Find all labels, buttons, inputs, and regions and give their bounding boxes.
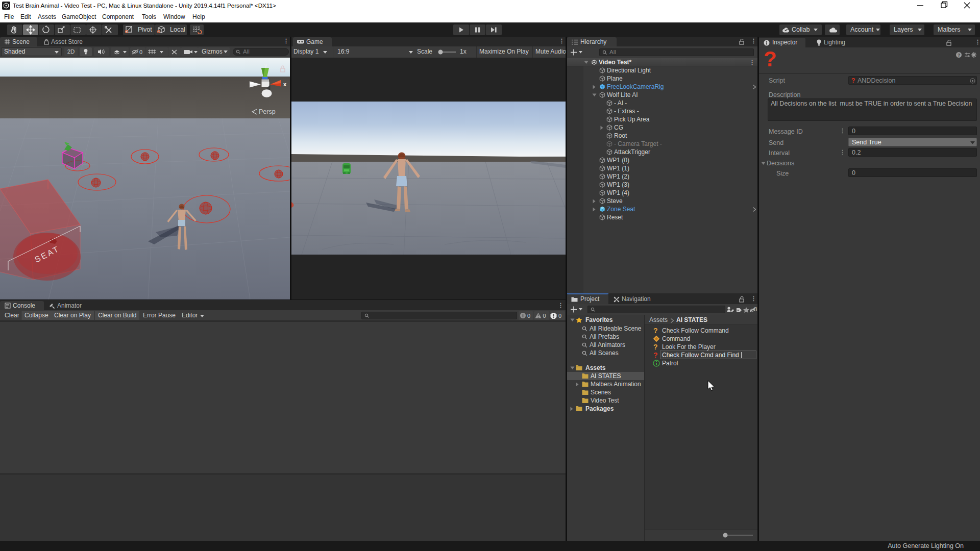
svg-text:y: y	[264, 63, 267, 68]
svg-text:?: ?	[653, 343, 658, 350]
svg-text:0: 0	[139, 49, 142, 55]
svg-text:0: 0	[558, 313, 561, 319]
svg-text:0: 0	[527, 313, 530, 319]
svg-text:?: ?	[958, 53, 961, 58]
svg-text:x: x	[283, 81, 287, 87]
svg-text:0: 0	[543, 313, 546, 319]
svg-text:?: ?	[653, 327, 658, 334]
svg-text:?: ?	[653, 352, 658, 359]
svg-text:Persp: Persp	[259, 108, 276, 115]
